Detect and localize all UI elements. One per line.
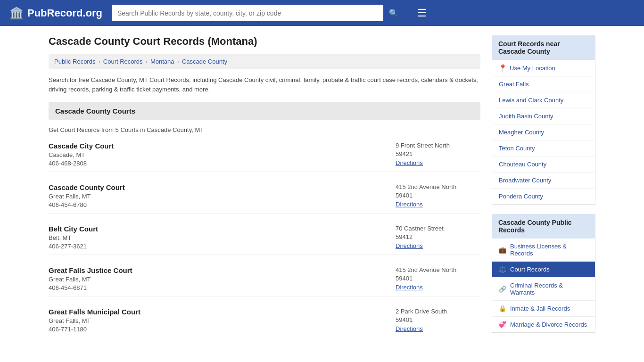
search-input[interactable]	[112, 6, 383, 21]
court-zip: 59412	[396, 233, 480, 240]
main-container: Cascade County Court Records (Montana) P…	[39, 26, 605, 358]
search-bar: 🔍	[112, 5, 404, 21]
breadcrumb-cascade-county[interactable]: Cascade County	[182, 58, 227, 65]
court-phone: 406-277-3621	[49, 243, 98, 250]
directions-link[interactable]: Directions	[396, 242, 423, 249]
court-address: 415 2nd Avenue North	[396, 266, 480, 273]
nearby-link[interactable]: Chouteau County	[499, 161, 546, 168]
logo-text: PubRecord.org	[27, 7, 102, 19]
court-phone: 406-771-1180	[49, 326, 140, 333]
court-entry: Cascade City Court Cascade, MT 406-468-2…	[49, 142, 480, 172]
nearby-section: Court Records near Cascade County 📍 Use …	[492, 35, 595, 205]
pub-records-list-item[interactable]: 💼Business Licenses & Records	[492, 239, 595, 262]
breadcrumb: Public Records › Court Records › Montana…	[49, 54, 480, 69]
page-description: Search for free Cascade County, MT Court…	[49, 75, 480, 94]
breadcrumb-public-records[interactable]: Public Records	[54, 58, 95, 65]
court-right: 415 2nd Avenue North 59401 Directions	[396, 266, 480, 291]
nearby-link[interactable]: Broadwater County	[499, 177, 551, 184]
court-entry: Great Falls Municipal Court Great Falls,…	[49, 308, 480, 337]
nearby-items-list: Great FallsLewis and Clark CountyJudith …	[492, 76, 595, 205]
pub-records-list-item[interactable]: 🔗Criminal Records & Warrants	[492, 278, 595, 301]
pub-record-link[interactable]: Inmate & Jail Records	[510, 305, 570, 312]
nearby-link[interactable]: Teton County	[499, 145, 535, 152]
court-entry: Cascade County Court Great Falls, MT 406…	[49, 183, 480, 214]
nearby-list-item[interactable]: Teton County	[492, 140, 595, 156]
public-records-section: Cascade County Public Records 💼Business …	[492, 214, 595, 333]
directions-link[interactable]: Directions	[396, 284, 423, 291]
nearby-list-item[interactable]: Lewis and Clark County	[492, 92, 595, 108]
search-button[interactable]: 🔍	[383, 5, 404, 21]
court-city: Belt, MT	[49, 234, 98, 241]
nearby-list-item[interactable]: Judith Basin County	[492, 108, 595, 124]
court-zip: 59401	[396, 275, 480, 282]
court-phone: 406-468-2808	[49, 160, 114, 167]
breadcrumb-court-records[interactable]: Court Records	[103, 58, 143, 65]
nearby-link[interactable]: Meagher County	[499, 129, 544, 136]
court-name: Cascade City Court	[49, 142, 114, 150]
court-zip: 59401	[396, 316, 480, 323]
breadcrumb-sep-1: ›	[98, 58, 100, 65]
directions-link[interactable]: Directions	[396, 159, 423, 166]
court-address: 70 Castner Street	[396, 225, 480, 232]
nearby-link[interactable]: Great Falls	[499, 81, 529, 88]
pub-record-icon: 💞	[499, 321, 506, 328]
court-right: 2 Park Drive South 59401 Directions	[396, 308, 480, 333]
public-records-title: Cascade County Public Records	[492, 214, 595, 239]
logo-icon: 🏛️	[9, 7, 24, 20]
breadcrumb-sep-2: ›	[146, 58, 148, 65]
court-name: Great Falls Municipal Court	[49, 308, 140, 316]
nearby-list-item[interactable]: Chouteau County	[492, 156, 595, 173]
nearby-link[interactable]: Judith Basin County	[499, 113, 553, 120]
court-right: 415 2nd Avenue North 59401 Directions	[396, 183, 480, 208]
hamburger-menu-button[interactable]: ☰	[413, 5, 430, 21]
directions-link[interactable]: Directions	[396, 325, 423, 332]
court-left: Great Falls Municipal Court Great Falls,…	[49, 308, 140, 333]
pub-record-link[interactable]: Marriage & Divorce Records	[510, 321, 587, 328]
site-logo[interactable]: 🏛️ PubRecord.org	[9, 7, 102, 20]
court-address: 2 Park Drive South	[396, 308, 480, 315]
court-city: Great Falls, MT	[49, 317, 140, 324]
pub-record-icon: 💼	[499, 247, 506, 254]
use-my-location-item[interactable]: 📍 Use My Location	[492, 60, 595, 76]
nearby-list-item[interactable]: Broadwater County	[492, 173, 595, 189]
pub-record-link[interactable]: Business Licenses & Records	[510, 243, 588, 257]
nearby-list-item[interactable]: Great Falls	[492, 76, 595, 92]
court-city: Cascade, MT	[49, 151, 114, 158]
nearby-link[interactable]: Pondera County	[499, 193, 543, 200]
content-area: Cascade County Court Records (Montana) P…	[49, 35, 480, 349]
court-left: Great Falls Justice Court Great Falls, M…	[49, 266, 132, 291]
court-city: Great Falls, MT	[49, 193, 125, 200]
nearby-list: 📍 Use My Location	[492, 60, 595, 76]
court-name: Great Falls Justice Court	[49, 266, 132, 274]
pub-record-icon: 🔗	[499, 286, 506, 293]
court-address: 415 2nd Avenue North	[396, 183, 480, 190]
pub-record-link[interactable]: Criminal Records & Warrants	[510, 282, 588, 296]
court-city: Great Falls, MT	[49, 276, 132, 283]
nearby-list-item[interactable]: Meagher County	[492, 124, 595, 140]
court-left: Cascade City Court Cascade, MT 406-468-2…	[49, 142, 114, 167]
court-entry: Belt City Court Belt, MT 406-277-3621 70…	[49, 225, 480, 255]
breadcrumb-montana[interactable]: Montana	[150, 58, 174, 65]
pub-records-list-item[interactable]: 💞Marriage & Divorce Records	[492, 317, 595, 332]
site-header: 🏛️ PubRecord.org 🔍 ☰	[0, 0, 644, 26]
court-zip: 59401	[396, 192, 480, 199]
public-records-list: 💼Business Licenses & Records⚖️Court Reco…	[492, 239, 595, 333]
court-zip: 59421	[396, 150, 480, 157]
courts-section-header: Cascade County Courts	[49, 102, 480, 120]
breadcrumb-sep-3: ›	[177, 58, 179, 65]
pub-records-list-item[interactable]: ⚖️Court Records	[492, 262, 595, 278]
court-name: Cascade County Court	[49, 183, 125, 191]
court-left: Belt City Court Belt, MT 406-277-3621	[49, 225, 98, 250]
court-address: 9 Front Street North	[396, 142, 480, 149]
directions-link[interactable]: Directions	[396, 201, 423, 208]
nearby-list-item[interactable]: Pondera County	[492, 189, 595, 204]
court-name: Belt City Court	[49, 225, 98, 233]
nearby-link[interactable]: Lewis and Clark County	[499, 97, 563, 104]
pub-records-list-item[interactable]: 🔒Inmate & Jail Records	[492, 301, 595, 317]
court-entry: Great Falls Justice Court Great Falls, M…	[49, 266, 480, 296]
use-my-location-label: Use My Location	[510, 65, 555, 72]
court-phone: 406-454-6871	[49, 284, 132, 291]
pub-record-link[interactable]: Court Records	[510, 266, 550, 273]
court-right: 70 Castner Street 59412 Directions	[396, 225, 480, 250]
location-pin-icon: 📍	[499, 64, 507, 72]
